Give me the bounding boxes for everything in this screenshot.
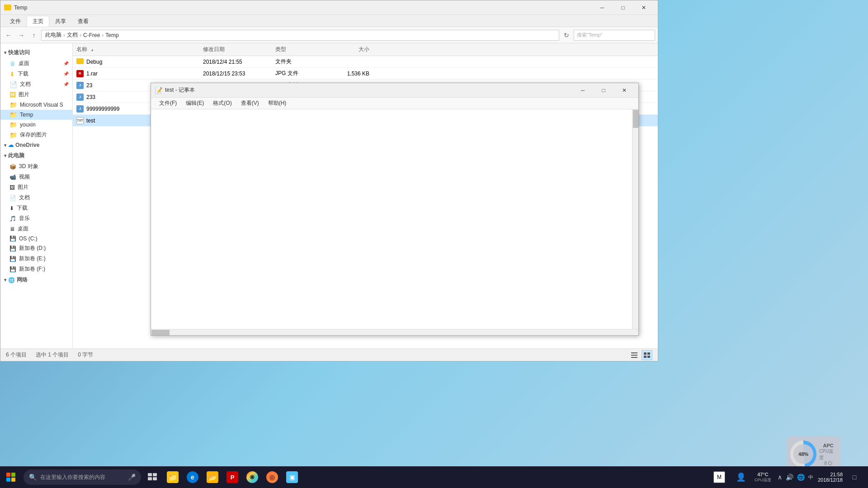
taskbar-app-colorful[interactable]: ❋ <box>242 467 262 487</box>
sidebar-item-pictures[interactable]: 🖼 图片 <box>0 89 72 100</box>
details-view-button[interactable] <box>642 350 652 360</box>
cpu-ci-label: 8 Ci <box>824 461 832 466</box>
sidebar-item-desktop[interactable]: 🖥 桌面 📌 <box>0 58 72 69</box>
col-header-name[interactable]: 名称 ▲ <box>76 46 203 53</box>
network-icon[interactable]: 🌐 <box>797 474 805 481</box>
sidebar-item-ed[interactable]: 💾 新加卷 (E:) <box>0 253 72 264</box>
folder-icon-debug <box>76 58 84 66</box>
sidebar-item-documents[interactable]: 📄 文档 📌 <box>0 79 72 89</box>
sidebar-section-thispc[interactable]: ▾ 此电脑 <box>0 150 72 161</box>
sidebar-item-desktop2[interactable]: 🖥 桌面 <box>0 224 72 234</box>
file-row-debug[interactable]: Debug 2018/12/4 21:55 文件夹 <box>73 56 658 68</box>
clock-date: 2018/12/18 <box>818 477 843 483</box>
menu-format[interactable]: 格式(O) <box>208 98 236 108</box>
sidebar-item-3dobjects[interactable]: 📦 3D 对象 <box>0 161 72 172</box>
start-button[interactable] <box>0 466 22 488</box>
sidebar-section-network[interactable]: ▾ 🌐 网络 <box>0 274 72 286</box>
sidebar-section-onedrive[interactable]: ▾ ☁ OneDrive <box>0 140 72 150</box>
sidebar-item-vs[interactable]: 📁 Microsoft Visual S <box>0 100 72 110</box>
file-row-1rar[interactable]: R 1.rar 2018/12/15 23:53 JPG 文件 1,536 KB <box>73 68 658 80</box>
taskbar-app-ppt[interactable]: P <box>222 467 242 487</box>
sidebar-item-downloads[interactable]: ⬇ 下载 📌 <box>0 69 72 79</box>
sidebar-item-fd[interactable]: 💾 新加卷 (F:) <box>0 264 72 274</box>
tab-home[interactable]: 主页 <box>27 16 49 27</box>
sidebar-section-quickaccess[interactable]: ▾ 快速访问 <box>0 47 72 58</box>
titlebar-left: Temp <box>4 5 27 11</box>
taskbar-clock[interactable]: 21:58 2018/12/18 <box>818 472 843 483</box>
jpg-icon-233: J <box>76 94 84 101</box>
taskbar-search-icon: 🔍 <box>29 474 37 481</box>
taskbar-app-explorer[interactable]: 📁 <box>163 467 183 487</box>
svg-rect-10 <box>153 477 157 480</box>
sidebar-item-temp[interactable]: 📁 Temp <box>0 110 72 120</box>
downloads-icon: ⬇ <box>9 70 15 78</box>
menu-view[interactable]: 查看(V) <box>236 98 264 108</box>
taskbar-app-files[interactable]: 📂 <box>203 467 222 487</box>
sidebar-item-dd[interactable]: 💾 新加卷 (D:) <box>0 243 72 253</box>
taskbar-app-edge[interactable]: e <box>183 467 203 487</box>
up-button[interactable]: ↑ <box>28 30 39 41</box>
sidebar-item-music[interactable]: 🎵 音乐 <box>0 213 72 224</box>
list-view-button[interactable] <box>629 350 640 360</box>
statusbar-info: 6 个项目 选中 1 个项目 0 字节 <box>6 351 93 359</box>
notepad-scrollbar-vertical[interactable] <box>632 109 638 329</box>
taskbar-app-notepad[interactable]: M <box>709 467 729 487</box>
sidebar-item-videos[interactable]: 📹 视频 <box>0 172 72 182</box>
volume-icon[interactable]: 🔊 <box>786 474 793 481</box>
h-scrollbar-thumb[interactable] <box>151 330 170 335</box>
action-center-button[interactable]: □ <box>844 467 864 487</box>
maximize-button[interactable]: □ <box>613 0 633 15</box>
refresh-button[interactable]: ↻ <box>561 30 572 41</box>
taskbar-taskview[interactable] <box>143 467 163 487</box>
menu-file[interactable]: 文件(F) <box>155 98 181 108</box>
language-icon[interactable]: 中 <box>808 474 813 481</box>
col-header-date[interactable]: 修改日期 <box>203 46 275 53</box>
svg-rect-4 <box>647 352 650 355</box>
minimize-button[interactable]: ─ <box>592 0 613 15</box>
search-box[interactable]: 搜索"Temp" <box>574 30 655 41</box>
notepad-close-button[interactable]: ✕ <box>614 83 635 98</box>
taskview-icon <box>147 472 158 483</box>
sidebar-item-savedpics[interactable]: 📁 保存的图片 <box>0 130 72 140</box>
scrollbar-thumb[interactable] <box>633 110 638 128</box>
tab-file[interactable]: 文件 <box>4 16 27 27</box>
sidebar-item-youxin[interactable]: 📁 youxin <box>0 120 72 130</box>
tab-share[interactable]: 共享 <box>49 16 72 27</box>
sidebar-item-dl2[interactable]: ⬇ 下载 <box>0 203 72 213</box>
sidebar-item-pics[interactable]: 🖼 图片 <box>0 182 72 192</box>
taskbar-app-person[interactable]: 👤 <box>731 467 751 487</box>
temp-icon: 📁 <box>9 111 17 118</box>
view-toggles <box>629 350 652 360</box>
blue-app-icon: ▣ <box>286 471 298 483</box>
taskbar-app-nav[interactable]: ◎ <box>262 467 282 487</box>
notepad-window-icon: 📝 <box>155 87 162 94</box>
path-computer: 此电脑 <box>45 31 61 39</box>
youxin-icon: 📁 <box>9 121 17 128</box>
pin-icon-2: 📌 <box>63 71 69 76</box>
desktop-icon: 🖥 <box>9 60 16 67</box>
col-header-type[interactable]: 类型 <box>275 46 330 53</box>
close-button[interactable]: ✕ <box>633 0 654 15</box>
svg-rect-6 <box>647 356 650 358</box>
notepad-minimize-button[interactable]: ─ <box>572 83 593 98</box>
notepad-maximize-button[interactable]: □ <box>593 83 614 98</box>
pictures-icon: 🖼 <box>9 91 16 99</box>
statusbar: 6 个项目 选中 1 个项目 0 字节 <box>0 348 658 361</box>
address-path[interactable]: 此电脑 › 文档 › C-Free › Temp <box>41 30 559 41</box>
menu-edit[interactable]: 编辑(E) <box>181 98 208 108</box>
tab-view[interactable]: 查看 <box>72 16 94 27</box>
sidebar-item-osc[interactable]: 💾 OS (C:) <box>0 234 72 243</box>
back-button[interactable]: ← <box>3 30 14 41</box>
notepad-content[interactable] <box>151 109 638 329</box>
svg-rect-8 <box>153 473 157 476</box>
menu-help[interactable]: 帮助(H) <box>264 98 291 108</box>
forward-button[interactable]: → <box>16 30 27 41</box>
taskbar-search[interactable]: 🔍 在这里输入你要搜索的内容 🎤 <box>24 469 141 485</box>
taskbar-app-blue[interactable]: ▣ <box>282 467 302 487</box>
sidebar-item-docs2[interactable]: 📄 文档 <box>0 192 72 203</box>
path-cfree: C-Free <box>83 32 100 38</box>
caret-icon[interactable]: ∧ <box>778 474 782 481</box>
notepad-scrollbar-horizontal[interactable] <box>151 329 638 335</box>
systray-cpu[interactable]: 47°C CPU温度 <box>753 472 773 483</box>
col-header-size[interactable]: 大小 <box>330 46 375 53</box>
